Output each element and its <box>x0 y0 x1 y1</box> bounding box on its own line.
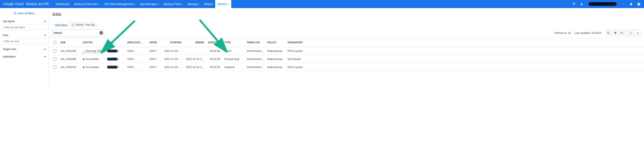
nav-manage[interactable]: Manage▾ <box>185 0 202 8</box>
clear-all-filters[interactable]: clear all filters <box>2 12 46 15</box>
col-appid[interactable]: APPID <box>148 40 163 45</box>
fullscreen-button[interactable] <box>628 30 634 36</box>
cell-duration: 00:02:30 <box>207 65 223 69</box>
cell-application: ORCL <box>126 65 148 69</box>
svg-rect-2 <box>615 32 616 34</box>
col-status[interactable]: STATUS <box>82 40 106 45</box>
nav-test-data-management[interactable]: Test Data Management▾ <box>102 0 138 8</box>
cell-duration: 00:00:46 <box>207 49 223 53</box>
help-icon[interactable] <box>637 2 641 6</box>
cell-transport: NFS to guest <box>286 65 312 69</box>
filter-icon[interactable] <box>572 2 576 6</box>
cell-job: Job_0015016 <box>59 65 82 69</box>
cell-appid: 13077 <box>148 65 163 69</box>
col-ended[interactable]: ENDED <box>184 40 207 45</box>
filter-chip-started[interactable]: ✕ Started: Past Day <box>70 23 97 27</box>
search-clear-icon[interactable]: ✕ <box>100 31 103 35</box>
filters-bar: Hide filters ✕ Started: Past Day <box>52 23 641 27</box>
jobs-search-input[interactable] <box>52 30 104 36</box>
table-row[interactable]: Job_0015016Succeeded1ORCL130772022-12-30… <box>49 63 644 71</box>
filter-toggle[interactable]: Job Name▾ <box>2 19 46 24</box>
table-header: JOB STATUS HOST APPLICATI… APPID STARTED… <box>49 38 644 47</box>
chevron-down-icon: ▾ <box>158 3 159 5</box>
cell-started: 2022-12-30 2… <box>163 65 184 69</box>
table-row[interactable]: Job_0015295Running: 95%1ORCL130772022-12… <box>49 47 644 55</box>
filter-label-text: Host <box>3 34 8 37</box>
cell-type: mount <box>223 49 246 53</box>
google-cloud-logo: Google Cloud <box>3 2 23 6</box>
user-icon[interactable] <box>580 2 584 6</box>
hide-filters-toggle[interactable]: Hide filters <box>53 23 68 26</box>
host-redacted <box>107 58 118 61</box>
success-dot-icon <box>83 67 84 68</box>
cell-job: Job_0015066 <box>59 57 82 61</box>
primary-nav: DashboardBackup & Recover▾Test Data Mana… <box>53 0 231 8</box>
nav-dashboard[interactable]: Dashboard <box>53 0 72 8</box>
cell-host: 1 <box>106 49 126 53</box>
nav-backup-recover[interactable]: Backup & Recover▾ <box>72 0 102 8</box>
page-size-select[interactable]: 25 <box>619 30 627 36</box>
cell-template: NonProducti… <box>246 57 266 61</box>
col-host[interactable]: HOST <box>106 40 126 45</box>
table-row[interactable]: Job_0015066Succeeded1ORCL130772022-12-30… <box>49 55 644 63</box>
top-nav: Google Cloud Backup and DR DashboardBack… <box>0 0 644 8</box>
bell-icon[interactable] <box>629 2 633 6</box>
col-type[interactable]: TYPE <box>223 40 246 45</box>
cell-host: 1 <box>106 57 126 62</box>
chevron-down-icon: ▾ <box>98 3 100 5</box>
filter-input[interactable] <box>2 38 46 44</box>
nav-monitor[interactable]: Monitor▾ <box>215 0 231 8</box>
filter-label-text: Job Name <box>3 20 15 23</box>
filter-toggle[interactable]: Target Host▸ <box>2 47 46 52</box>
refresh-button[interactable] <box>605 30 612 36</box>
columns-button[interactable] <box>612 30 618 36</box>
clear-all-filters-label: clear all filters <box>18 12 35 15</box>
col-started[interactable]: STARTED <box>163 40 184 45</box>
col-duration[interactable]: DURATION <box>207 40 223 45</box>
chevron-down-icon: ▾ <box>228 3 229 5</box>
filter-toggle[interactable]: Host▾ <box>2 33 46 38</box>
filter-toggle[interactable]: Application▾ <box>2 54 46 59</box>
cell-policy: Daily backup <box>266 49 286 53</box>
jobs-table: JOB STATUS HOST APPLICATI… APPID STARTED… <box>49 38 644 71</box>
cell-ended: 2022-12-30 2… <box>184 65 207 69</box>
last-updated: Last Updated: 20:33:02 <box>574 32 602 35</box>
filter-group-job-name: Job Name▾ <box>2 19 46 31</box>
cell-status: Succeeded <box>82 57 106 61</box>
cell-appid: 13077 <box>148 57 163 61</box>
cell-started: 2022-12-30 2… <box>163 57 184 61</box>
filter-group-application: Application▾ <box>2 54 46 59</box>
row-checkbox[interactable] <box>53 49 56 52</box>
cell-application: ORCL <box>126 49 148 53</box>
cell-transport: SAN based <box>286 57 312 61</box>
col-policy[interactable]: POLICY <box>266 40 286 45</box>
download-button[interactable] <box>635 30 641 36</box>
chevron-down-icon[interactable] <box>622 2 626 6</box>
col-job[interactable]: JOB <box>59 40 82 45</box>
caret-icon: ▸ <box>44 48 46 51</box>
col-template[interactable]: TEMPLATE <box>246 40 266 45</box>
chip-remove-icon[interactable]: ✕ <box>72 24 74 26</box>
toolbar-row: ✕ Refresh in: 14 Last Updated: 20:33:02 … <box>49 29 644 38</box>
search-wrap: ✕ <box>52 30 104 36</box>
nav-label: Test Data Management <box>104 3 134 6</box>
nav-label: Dashboard <box>56 3 70 6</box>
filter-input[interactable] <box>2 24 46 31</box>
select-all-checkbox[interactable] <box>53 41 56 44</box>
col-transport[interactable]: TRANSPORT <box>286 40 312 45</box>
nav-backup-plans[interactable]: Backup Plans▾ <box>161 0 185 8</box>
cell-type: OnVault (log) <box>223 57 246 61</box>
caret-icon: ▾ <box>44 55 46 58</box>
filter-group-target-host: Target Host▸ <box>2 47 46 52</box>
nav-report[interactable]: Report <box>202 0 215 8</box>
col-application[interactable]: APPLICATI… <box>126 40 148 45</box>
cell-template: NonProducti… <box>246 49 266 53</box>
nav-app-manager[interactable]: App Manager▾ <box>138 0 161 8</box>
row-checkbox[interactable] <box>53 66 56 69</box>
content-area: Jobs Hide filters ✕ Started: Past Day ✕ … <box>49 8 644 89</box>
nav-label: Backup & Recover <box>74 3 98 6</box>
cell-host: 1 <box>106 65 126 70</box>
nav-label: Report <box>204 3 213 6</box>
row-checkbox[interactable] <box>53 57 56 61</box>
filters-sidebar: clear all filters Job Name▾Host▾Target H… <box>0 8 49 89</box>
